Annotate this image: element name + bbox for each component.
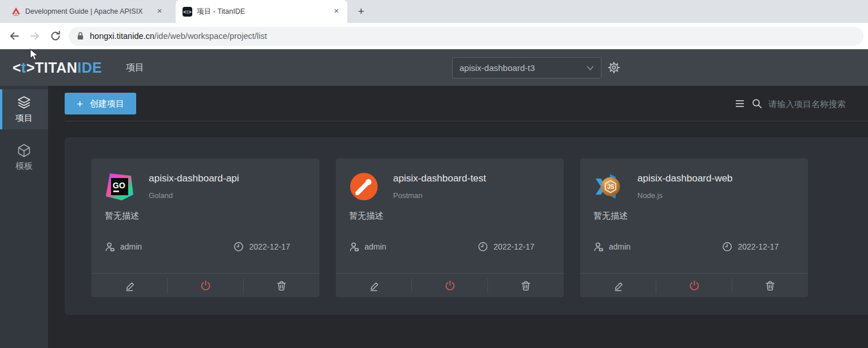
clock-icon xyxy=(478,242,488,252)
user-icon xyxy=(349,242,359,252)
edit-button[interactable] xyxy=(580,274,656,297)
layers-icon xyxy=(17,95,31,110)
search-icon[interactable] xyxy=(752,98,762,109)
project-name: apisix-dashboard-web xyxy=(637,173,732,184)
project-card[interactable]: apisix-dashboard-test Postman 暂无描述 admin xyxy=(336,159,564,297)
close-icon[interactable]: × xyxy=(331,6,342,17)
date-label: 2022-12-17 xyxy=(738,242,779,251)
svg-text:GO: GO xyxy=(113,181,125,190)
power-icon xyxy=(444,279,456,291)
user-icon xyxy=(105,242,115,252)
cube-icon xyxy=(17,143,31,158)
titanide-favicon-icon: <t> xyxy=(183,7,192,17)
url-bar[interactable]: hongxi.titanide.cn/ide/web/workspace/pro… xyxy=(69,27,863,46)
project-name: apisix-dashboard-test xyxy=(393,173,486,184)
titanide-logo: <t>TITANIDE xyxy=(13,49,102,86)
projects-panel: GO apisix-dashboard-api Goland 暂无描述 ad xyxy=(65,137,868,315)
browser-address-bar: hongxi.titanide.cn/ide/web/workspace/pro… xyxy=(0,23,868,49)
chevron-down-icon xyxy=(586,65,594,71)
clock-icon xyxy=(722,242,732,252)
power-icon xyxy=(200,279,212,291)
edit-button[interactable] xyxy=(92,274,167,297)
owner-cell: admin xyxy=(105,242,142,252)
sidebar-item-label: 项目 xyxy=(15,113,33,124)
project-ide: Goland xyxy=(149,191,173,200)
edit-pencil-icon xyxy=(612,279,624,291)
project-ide: Node.js xyxy=(637,191,663,200)
workspace-select-value: apisix-dashboard-t3 xyxy=(459,63,535,73)
trash-icon xyxy=(276,280,287,291)
sidebar: 项目 模板 xyxy=(0,86,48,348)
close-icon[interactable]: × xyxy=(154,6,165,17)
forward-icon[interactable] xyxy=(29,30,41,42)
trash-icon xyxy=(764,280,776,291)
browser-tab-strip: Development Guide | Apache APISIX × <t> … xyxy=(0,0,868,23)
project-ide: Postman xyxy=(393,191,422,200)
card-actions xyxy=(336,273,564,297)
date-label: 2022-12-17 xyxy=(249,242,290,251)
app-header: <t>TITANIDE 项目 apisix-dashboard-t3 xyxy=(0,49,868,86)
owner-cell: admin xyxy=(593,242,631,252)
settings-gear-icon[interactable] xyxy=(608,61,620,74)
browser-tab-apisix[interactable]: Development Guide | Apache APISIX × xyxy=(5,0,171,23)
tab-title: Development Guide | Apache APISIX xyxy=(25,7,150,15)
nodejs-icon: JS xyxy=(593,172,623,201)
power-button[interactable] xyxy=(656,274,732,297)
project-meta: admin 2022-12-17 xyxy=(349,242,534,252)
lock-icon xyxy=(77,31,84,41)
search-input[interactable] xyxy=(768,99,861,109)
project-meta: admin 2022-12-17 xyxy=(105,242,290,252)
sidebar-item-templates[interactable]: 模板 xyxy=(0,137,48,177)
sidebar-item-label: 模板 xyxy=(15,161,33,172)
create-project-button[interactable]: + 创建项目 xyxy=(65,93,136,114)
project-name: apisix-dashboard-api xyxy=(149,173,239,184)
date-cell: 2022-12-17 xyxy=(722,242,779,252)
refresh-icon[interactable] xyxy=(49,30,62,42)
date-label: 2022-12-17 xyxy=(493,242,534,251)
project-meta: admin 2022-12-17 xyxy=(593,242,779,252)
card-actions xyxy=(580,273,808,297)
trash-icon xyxy=(520,280,532,291)
card-actions xyxy=(92,273,319,297)
date-cell: 2022-12-17 xyxy=(233,242,290,252)
power-button[interactable] xyxy=(412,274,487,297)
edit-pencil-icon xyxy=(124,279,136,291)
power-button[interactable] xyxy=(168,274,243,297)
owner-label: admin xyxy=(364,242,386,251)
new-tab-button[interactable]: + xyxy=(354,4,368,19)
postman-icon xyxy=(349,172,379,201)
workspace-select[interactable]: apisix-dashboard-t3 xyxy=(452,57,601,78)
project-description: 暂无描述 xyxy=(349,211,383,222)
plus-icon: + xyxy=(77,98,83,109)
delete-button[interactable] xyxy=(732,274,808,297)
goland-icon: GO xyxy=(105,172,134,201)
owner-label: admin xyxy=(120,242,142,251)
power-icon xyxy=(688,279,700,291)
delete-button[interactable] xyxy=(244,274,319,297)
sidebar-item-projects[interactable]: 项目 xyxy=(0,89,48,129)
create-project-label: 创建项目 xyxy=(90,98,124,109)
project-card[interactable]: GO apisix-dashboard-api Goland 暂无描述 ad xyxy=(92,159,319,297)
tab-title: 项目 - TitanIDE xyxy=(197,7,327,17)
project-description: 暂无描述 xyxy=(593,211,628,222)
apisix-favicon-icon xyxy=(11,7,21,16)
header-nav-projects[interactable]: 项目 xyxy=(126,49,144,86)
back-icon[interactable] xyxy=(8,30,21,42)
edit-button[interactable] xyxy=(336,274,411,297)
list-view-icon[interactable] xyxy=(735,99,746,108)
project-card-grid: GO apisix-dashboard-api Goland 暂无描述 ad xyxy=(65,137,868,297)
search-zone xyxy=(735,86,861,121)
url-text: hongxi.titanide.cn/ide/web/workspace/pro… xyxy=(90,31,267,41)
svg-text:JS: JS xyxy=(608,184,615,190)
toolbar-divider xyxy=(65,121,868,121)
main-content: + 创建项目 GO xyxy=(48,86,868,348)
project-description: 暂无描述 xyxy=(105,211,139,222)
clock-icon xyxy=(233,242,244,252)
owner-label: admin xyxy=(609,242,631,251)
delete-button[interactable] xyxy=(488,274,564,297)
user-icon xyxy=(593,242,604,252)
browser-tab-titanide[interactable]: <t> 项目 - TitanIDE × xyxy=(176,0,347,23)
edit-pencil-icon xyxy=(368,279,380,291)
date-cell: 2022-12-17 xyxy=(478,242,534,252)
project-card[interactable]: JS apisix-dashboard-web Node.js 暂无描述 adm… xyxy=(580,159,808,297)
